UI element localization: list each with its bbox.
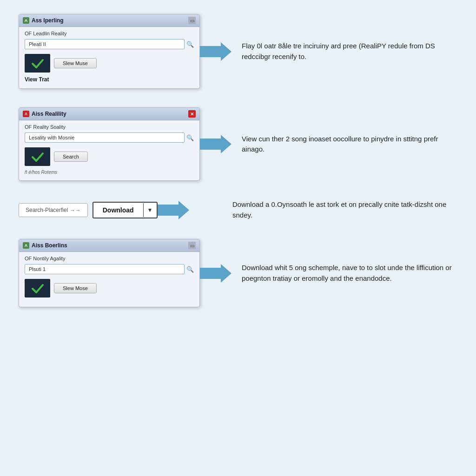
dialog-1-bottom: View Trat [25, 76, 194, 83]
svg-marker-2 [158, 201, 189, 219]
dialog-2-titlebar: A Aiss Realility ✕ [19, 108, 199, 120]
dialog-2-thumbnail [25, 147, 50, 166]
section-2: A Aiss Realility ✕ OF Reality Soality 🔍 [19, 107, 457, 181]
download-main-button[interactable]: Download [93, 203, 143, 218]
section-1-left: A Ass Iperling ▭ OF Leadlin Reality 🔍 [19, 14, 232, 89]
dialog-1-input[interactable] [25, 39, 185, 49]
svg-marker-1 [200, 135, 231, 153]
dialog-1-title-left: A Ass Iperling [23, 17, 64, 24]
checkmark-icon-4 [31, 281, 45, 295]
section-4-left: A Aiss Boerlins ▭ OF Nontily Agality 🔍 [19, 239, 232, 307]
dialog-4-title-left: A Aiss Boerlins [23, 242, 67, 249]
dialog-1-btn[interactable]: Slew Muse [54, 58, 97, 68]
arrow-1 [200, 41, 232, 62]
dialog-2-icon: A [23, 111, 29, 117]
dialog-1-icon: A [23, 17, 29, 24]
arrow-4 [200, 263, 232, 284]
dialog-4-thumbnail [25, 279, 50, 298]
dialog-4-minimize[interactable]: ▭ [188, 242, 196, 249]
dialog-1-minimize[interactable]: ▭ [188, 17, 196, 24]
section-2-description: View cun ther 2 song inoaset oocollure t… [232, 134, 457, 155]
dialog-1-search-row: 🔍 [25, 39, 194, 49]
dialog-4-titlebar: A Aiss Boerlins ▭ [19, 239, 199, 252]
dialog-4-icon: A [23, 242, 29, 249]
dialog-2-action-row: Search [25, 147, 194, 166]
section-2-left: A Aiss Realility ✕ OF Reality Soality 🔍 [19, 107, 232, 181]
dialog-1-label: OF Leadlin Reality [25, 31, 194, 36]
dialog-1-action-row: Slew Muse [25, 54, 194, 73]
download-button-group: Download ▼ [93, 202, 158, 218]
section-1-description: Flay 0l oatr 8åle tre inciruiny ard pree… [232, 41, 457, 62]
section-3: Search-Placerfiel →→ Download ▼ Download… [19, 199, 457, 220]
section-1: A Ass Iperling ▭ OF Leadlin Reality 🔍 [19, 14, 457, 89]
dialog-2-close[interactable]: ✕ [188, 110, 196, 118]
dialog-2-bottom: ñ é/hos Rotems [25, 170, 194, 175]
section-3-left: Search-Placerfiel →→ Download ▼ [19, 200, 223, 220]
checkmark-icon-2 [31, 150, 45, 164]
search-icon-1: 🔍 [186, 41, 194, 48]
dialog-4-body: OF Nontily Agality 🔍 Slew Mose [19, 252, 199, 307]
dialog-4-action-row: Slew Mose [25, 279, 194, 298]
download-dropdown-button[interactable]: ▼ [143, 203, 157, 217]
dialog-4-btn[interactable]: Slew Mose [54, 283, 97, 293]
dialog-2-title-left: A Aiss Realility [23, 111, 66, 117]
dialog-1: A Ass Iperling ▭ OF Leadlin Reality 🔍 [19, 14, 200, 89]
checkmark-icon-1 [31, 56, 45, 70]
dialog-2-input[interactable] [25, 132, 185, 143]
dialog-2-body: OF Reality Soality 🔍 Search ñ é/hos Rote… [19, 120, 199, 180]
dialog-2-label: OF Reality Soality [25, 124, 194, 130]
dialog-4-label: OF Nontily Agality [25, 256, 194, 261]
dialog-1-titlebar: A Ass Iperling ▭ [19, 14, 199, 27]
dialog-4: A Aiss Boerlins ▭ OF Nontily Agality 🔍 [19, 239, 200, 307]
dialog-1-thumbnail [25, 54, 50, 73]
arrow-3 [158, 200, 190, 220]
search-placeholder-button[interactable]: Search-Placerfiel →→ [19, 203, 88, 217]
dialog-1-body: OF Leadlin Reality 🔍 Slew Muse View Trat [19, 27, 199, 88]
dialog-2-btn[interactable]: Search [54, 152, 88, 162]
section-4: A Aiss Boerlins ▭ OF Nontily Agality 🔍 [19, 239, 457, 307]
dialog-4-title: Aiss Boerlins [32, 242, 67, 249]
arrow-2 [200, 134, 232, 154]
section-4-description: Download whit 5 ong schemple, nave to to… [232, 263, 457, 284]
dialog-2: A Aiss Realility ✕ OF Reality Soality 🔍 [19, 107, 200, 181]
dialog-4-search-row: 🔍 [25, 264, 194, 274]
svg-marker-0 [200, 42, 231, 61]
dialog-2-search-row: 🔍 [25, 132, 194, 143]
svg-marker-3 [200, 264, 231, 283]
dialog-4-input[interactable] [25, 264, 185, 274]
controls-row: Search-Placerfiel →→ Download ▼ [19, 202, 158, 218]
search-icon-2: 🔍 [186, 134, 194, 141]
dialog-1-title: Ass Iperling [32, 17, 64, 24]
section-3-description: Download a 0.Oynsoath le ast tork et on … [223, 199, 457, 220]
dialog-2-title: Aiss Realility [32, 111, 66, 117]
search-icon-4: 🔍 [186, 266, 194, 273]
